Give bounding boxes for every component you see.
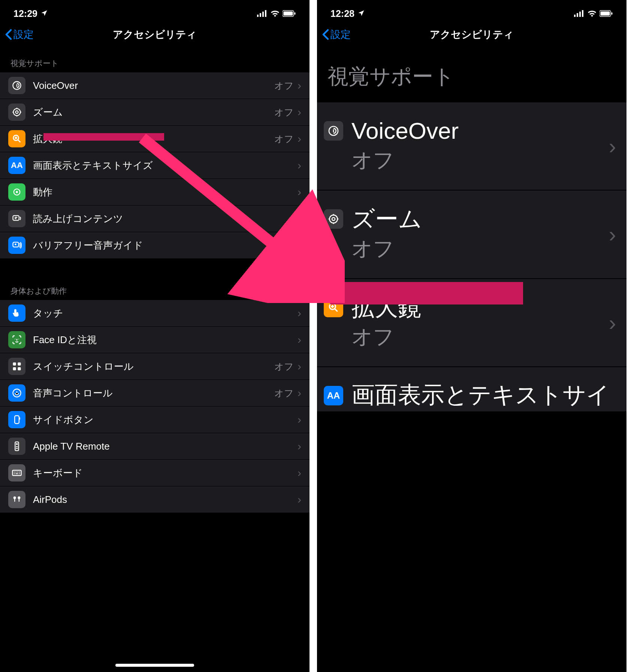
row-zoom[interactable]: ズーム オフ › [0, 99, 310, 126]
section-header-vision: 視覚サポート [317, 48, 627, 102]
row-zoom[interactable]: ズーム オフ › [317, 190, 627, 279]
row-status: オフ [274, 80, 294, 92]
chevron-right-icon: › [609, 310, 616, 335]
back-label: 設定 [330, 28, 351, 41]
chevron-right-icon: › [298, 132, 301, 145]
row-label: 読み上げコンテンツ [33, 212, 298, 225]
svg-rect-29 [577, 13, 578, 17]
chevron-right-icon: › [609, 134, 616, 159]
section-header-motor: 身体および動作 [0, 275, 310, 300]
chevron-right-icon: › [298, 239, 301, 252]
wifi-icon [588, 8, 597, 19]
side-button-icon [8, 411, 25, 428]
zoom-icon [8, 104, 25, 121]
svg-rect-2 [262, 12, 264, 17]
nav-bar: 設定 アクセシビリティ [0, 21, 310, 48]
chevron-right-icon: › [298, 440, 301, 453]
row-display-text[interactable]: AA 画面表示とテキストサイ [317, 367, 627, 412]
status-time: 12:28 [330, 8, 354, 19]
svg-rect-34 [612, 12, 613, 15]
magnifier-icon [8, 130, 25, 147]
svg-rect-19 [18, 367, 21, 370]
row-airpods[interactable]: AirPods › [0, 486, 310, 513]
status-bar: 12:28 [317, 0, 627, 21]
chevron-right-icon: › [609, 222, 616, 247]
row-label: サイドボタン [33, 413, 298, 426]
phone-left: 12:29 設定 アクセシビリ [0, 0, 310, 672]
redaction-bar-right [330, 282, 523, 304]
row-status: オフ [351, 235, 609, 263]
row-label: ズーム [33, 106, 274, 119]
motion-icon [8, 183, 25, 201]
voiceover-icon [324, 121, 343, 141]
row-touch[interactable]: タッチ › [0, 300, 310, 327]
chevron-right-icon: › [298, 159, 301, 172]
svg-rect-30 [579, 12, 581, 17]
row-label: 画面表示とテキストサイズ [33, 159, 298, 172]
spoken-content-icon [8, 210, 25, 227]
svg-rect-21 [15, 416, 19, 424]
row-appletv-remote[interactable]: Apple TV Remote › [0, 433, 310, 460]
svg-rect-25 [16, 446, 18, 447]
audio-desc-icon [8, 237, 25, 254]
svg-rect-17 [18, 363, 21, 366]
back-button[interactable]: 設定 [322, 28, 351, 41]
redaction-bar-left [43, 133, 164, 141]
svg-point-36 [329, 215, 337, 223]
svg-rect-1 [260, 13, 261, 17]
chevron-right-icon: › [298, 413, 301, 426]
back-button[interactable]: 設定 [5, 28, 34, 41]
chevron-right-icon: › [298, 79, 301, 92]
row-status: オフ [274, 387, 294, 399]
faceid-icon [8, 331, 25, 348]
row-status: オフ [351, 323, 609, 351]
row-voice-control[interactable]: 音声コントロール オフ › [0, 380, 310, 406]
svg-rect-31 [582, 10, 583, 17]
svg-rect-26 [16, 448, 18, 449]
chevron-right-icon: › [298, 466, 301, 479]
svg-rect-33 [601, 12, 610, 16]
row-status: オフ [274, 360, 294, 373]
svg-rect-28 [574, 15, 576, 17]
back-label: 設定 [13, 28, 34, 41]
row-label: AirPods [33, 494, 298, 506]
row-status: オフ [274, 239, 294, 252]
row-voiceover[interactable]: VoiceOver オフ › [0, 72, 310, 99]
row-label: タッチ [33, 307, 298, 320]
battery-icon [283, 8, 296, 19]
battery-icon [600, 8, 613, 19]
row-motion[interactable]: 動作 › [0, 179, 310, 206]
svg-rect-16 [13, 363, 16, 366]
wifi-icon [271, 8, 280, 19]
svg-point-9 [16, 111, 18, 114]
chevron-right-icon: › [298, 106, 301, 118]
svg-rect-22 [19, 417, 20, 420]
touch-icon [8, 304, 25, 322]
row-keyboard[interactable]: キーボード › [0, 460, 310, 486]
row-label: スイッチコントロール [33, 360, 274, 373]
row-label: Face IDと注視 [33, 333, 298, 346]
row-status: オフ [351, 146, 609, 175]
svg-point-15 [15, 243, 16, 245]
display-text-icon: AA [324, 386, 343, 405]
row-side-button[interactable]: サイドボタン › [0, 406, 310, 433]
chevron-right-icon: › [298, 212, 301, 225]
svg-rect-18 [13, 367, 16, 370]
display-text-icon: AA [8, 157, 25, 174]
chevron-right-icon: › [298, 307, 301, 320]
row-audio-descriptions[interactable]: バリアフリー音声ガイド オフ › [0, 232, 310, 259]
switch-control-icon [8, 358, 25, 375]
row-label: VoiceOver [351, 117, 609, 144]
row-faceid[interactable]: Face IDと注視 › [0, 327, 310, 353]
row-switch-control[interactable]: スイッチコントロール オフ › [0, 353, 310, 380]
cellular-icon [257, 8, 268, 19]
nav-bar: 設定 アクセシビリティ [317, 21, 627, 48]
svg-point-8 [13, 109, 21, 116]
svg-rect-0 [257, 15, 259, 17]
row-display-text[interactable]: AA 画面表示とテキストサイズ › [0, 152, 310, 179]
row-spoken-content[interactable]: 読み上げコンテンツ › [0, 206, 310, 232]
home-indicator[interactable] [115, 664, 194, 667]
svg-rect-5 [284, 12, 293, 16]
row-voiceover[interactable]: VoiceOver オフ › [317, 102, 627, 190]
chevron-right-icon: › [298, 387, 301, 399]
